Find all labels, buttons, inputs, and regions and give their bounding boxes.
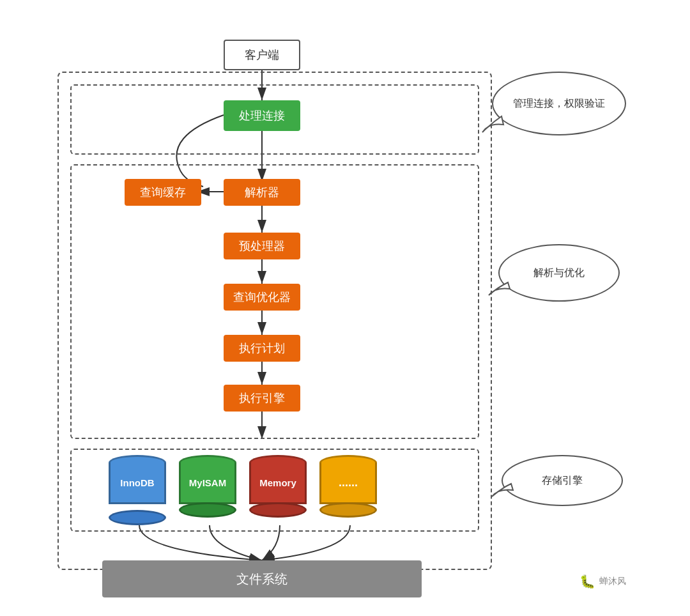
watermark-icon: 🐛 — [579, 574, 595, 589]
connection-handler-box: 处理连接 — [224, 100, 300, 131]
parser-label: 解析器 — [245, 185, 279, 200]
memory-label: Memory — [259, 477, 296, 488]
bubble-storage-text: 存储引擎 — [542, 474, 583, 488]
client-label: 客户端 — [245, 47, 279, 63]
parser-box: 解析器 — [224, 179, 300, 206]
myisam-cylinder: MyISAM — [179, 455, 236, 518]
bubble-connection-text: 管理连接，权限验证 — [513, 96, 605, 111]
watermark-text: 蝉沐风 — [599, 576, 626, 587]
bubble-storage: 存储引擎 — [502, 455, 623, 506]
diagram-area: 客户端 处理连接 查询缓存 解析器 预处理器 查询优化器 执行计划 执行引擎 — [38, 14, 652, 602]
innodb-cylinder: InnoDB — [109, 455, 166, 518]
dots-label: ...... — [339, 476, 358, 489]
connection-handler-label: 处理连接 — [239, 108, 285, 123]
preprocessor-box: 预处理器 — [224, 233, 300, 259]
myisam-label: MyISAM — [189, 477, 226, 488]
exec-engine-box: 执行引擎 — [224, 385, 300, 412]
filesystem-label: 文件系统 — [236, 571, 288, 588]
exec-plan-label: 执行计划 — [239, 341, 285, 356]
watermark: 🐛 蝉沐风 — [579, 574, 626, 589]
dots-cylinder: ...... — [319, 455, 377, 518]
exec-plan-box: 执行计划 — [224, 335, 300, 362]
memory-cylinder: Memory — [249, 455, 307, 518]
main-container: 客户端 处理连接 查询缓存 解析器 预处理器 查询优化器 执行计划 执行引擎 — [0, 0, 690, 616]
exec-engine-label: 执行引擎 — [239, 390, 285, 406]
bubble-parsing-text: 解析与优化 — [533, 266, 585, 280]
optimizer-label: 查询优化器 — [233, 289, 291, 305]
filesystem-box: 文件系统 — [102, 560, 422, 597]
innodb-label: InnoDB — [120, 477, 154, 488]
optimizer-box: 查询优化器 — [224, 284, 300, 311]
preprocessor-label: 预处理器 — [239, 238, 285, 254]
query-cache-box: 查询缓存 — [125, 179, 201, 206]
bubble-parsing: 解析与优化 — [498, 244, 620, 302]
query-cache-label: 查询缓存 — [140, 185, 186, 200]
bubble-connection: 管理连接，权限验证 — [492, 72, 626, 135]
client-box: 客户端 — [224, 40, 300, 70]
